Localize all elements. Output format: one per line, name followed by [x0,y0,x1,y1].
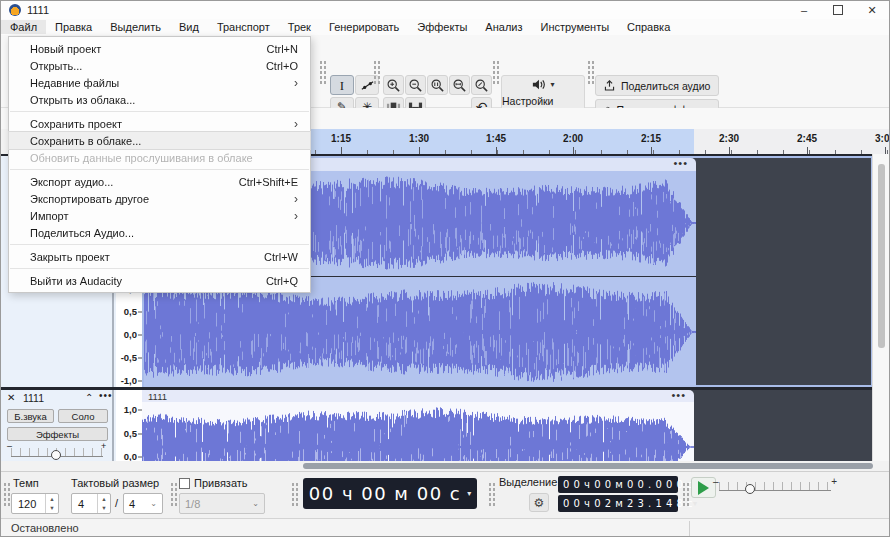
zoom-selection-icon [430,78,445,93]
zoom-fit-button[interactable] [449,75,470,95]
clip-menu-icon[interactable]: ••• [671,390,686,401]
maximize-button[interactable] [821,1,855,19]
speed-slider-track[interactable] [719,482,831,491]
selection-label: Выделение [499,476,557,488]
spin-up-icon[interactable]: ▲ [98,494,110,504]
time-signature-upper-input[interactable]: 4 ▲▼ [71,493,111,514]
tempo-input[interactable]: 120 ▲▼ [11,493,59,514]
track-2-clip[interactable]: 1111 ••• [142,390,694,461]
menu-edit[interactable]: Правка [46,20,101,34]
menu-item-export-audio[interactable]: Экспорт аудио...Ctrl+Shift+E [9,173,310,190]
menu-item-close-project[interactable]: Закрыть проектCtrl+W [9,248,310,265]
track-2[interactable]: ✕ 1111 ⌃ ••• Б.звука Соло Эффекты – + 1,… [1,387,889,461]
timeline-major-tick [651,147,652,154]
timeline-major-tick [729,147,730,154]
spin-up-icon[interactable]: ▲ [46,494,58,504]
menu-help[interactable]: Справка [618,20,679,34]
track-2-waveform[interactable] [142,402,694,461]
selection-end-value: 0 0 ч 0 2 м 2 3 . 1 4 8 с [563,498,693,509]
zoom-out-button[interactable] [405,75,426,95]
selection-tool-button[interactable]: I [330,75,354,95]
menu-separator [10,169,309,170]
snap-value: 1/8 [185,498,200,510]
menu-generate[interactable]: Генерировать [320,20,408,34]
menu-tracks[interactable]: Трек [279,20,320,34]
tempo-spinner[interactable]: ▲▼ [45,494,58,513]
menu-item-import[interactable]: Импорт› [9,207,310,224]
menu-select[interactable]: Выделить [101,20,170,34]
track-2-clip-zone[interactable]: 1111 ••• [142,390,873,461]
menu-view[interactable]: Вид [170,20,208,34]
menu-item-exit[interactable]: Выйти из AudacityCtrl+Q [9,272,310,289]
menu-transport[interactable]: Транспорт [208,20,279,34]
menu-item-recent-files[interactable]: Недавние файлы› [9,74,310,91]
time-signature-upper-value: 4 [72,498,97,510]
time-toolbar-grip[interactable] [291,482,298,508]
vertical-scrollbar[interactable] [872,154,889,461]
zoom-in-button[interactable] [383,75,404,95]
menu-tools[interactable]: Инструменты [532,20,619,34]
close-button[interactable]: ✕ [855,1,889,19]
snap-checkbox[interactable] [179,478,190,489]
tempo-value: 120 [12,498,45,510]
track-2-mute-button[interactable]: Б.звука [7,409,54,423]
snap-select[interactable]: 1/8 ⌄ [179,493,265,514]
minimize-button[interactable]: – [787,1,821,19]
timeline-label: 2:30 [719,133,739,144]
menu-item-export-other[interactable]: Экспортировать другое› [9,190,310,207]
time-signature-lower-value: 4 [129,498,135,510]
time-signature-spinner[interactable]: ▲▼ [97,494,110,513]
edit-toolbar-grip[interactable] [373,60,380,86]
menu-item-open[interactable]: Открыть...Ctrl+O [9,57,310,74]
share-toolbar-grip[interactable] [587,60,594,86]
vertical-scrollbar-thumb[interactable] [878,164,885,348]
selection-end-field[interactable]: 0 0 ч 0 2 м 2 3 . 1 4 8 с ▾ [558,495,678,512]
menu-item-new-project[interactable]: Новый проектCtrl+N [9,40,310,57]
menu-item-open-from-cloud[interactable]: Открыть из облака... [9,91,310,108]
play-speed-slider[interactable]: – + [719,480,831,500]
track-2-collapse-icon[interactable]: ⌃ [85,392,93,403]
time-signature-lower-select[interactable]: 4 ⌄ [123,493,163,514]
play-at-speed-grip[interactable] [682,482,689,508]
selection-toolbar-grip[interactable] [488,482,495,508]
menu-analyze[interactable]: Анализ [476,20,531,34]
tools-toolbar-grip[interactable] [319,60,326,86]
track-2-solo-button[interactable]: Соло [58,409,108,423]
snapping-grip[interactable] [170,482,177,508]
share-audio-button[interactable]: Поделиться аудио [595,75,719,96]
horizontal-scrollbar[interactable] [1,461,889,471]
speaker-icon [531,77,546,92]
speed-slider-thumb[interactable] [745,484,755,494]
menu-effect[interactable]: Эффекты [408,20,476,34]
horizontal-scrollbar-thumb[interactable] [303,463,873,469]
track-2-title[interactable]: 1111 [23,392,44,404]
track-1-waveform-right[interactable] [144,277,696,387]
menubar: Файл Правка Выделить Вид Транспорт Трек … [1,19,889,35]
menu-item-save-project[interactable]: Сохранить проект› [9,115,310,132]
gain-slider-thumb[interactable] [51,450,61,460]
audio-setup-grip[interactable] [492,60,499,86]
menu-item-save-to-cloud[interactable]: Сохранить в облаке... [9,132,310,149]
clip-menu-icon[interactable]: ••• [673,158,688,169]
track-2-menu-icon[interactable]: ••• [99,390,113,401]
selection-settings-button[interactable]: ⚙ [529,493,549,512]
track-2-clip-header[interactable]: 1111 ••• [142,390,694,402]
time-display[interactable]: 00 ч 00 м 00 с ▾ [303,478,477,509]
menu-file[interactable]: Файл [1,20,46,34]
chevron-down-icon: ⌄ [150,499,157,508]
zoom-selection-button[interactable] [427,75,448,95]
snap-label: Привязать [194,477,248,489]
track-2-panel[interactable]: ✕ 1111 ⌃ ••• Б.звука Соло Эффекты – + [1,390,114,461]
ruler-value: 0,5 [124,306,137,317]
time-signature-grip[interactable] [3,482,10,508]
menu-item-share-audio[interactable]: Поделиться Аудио... [9,224,310,241]
track-2-effects-button[interactable]: Эффекты [7,427,108,441]
selection-start-field[interactable]: 0 0 ч 0 0 м 0 0 . 0 0 0 с ▾ [558,476,678,493]
zoom-in-icon [386,78,401,93]
zoom-toggle-button[interactable] [471,75,492,95]
track-2-close-button[interactable]: ✕ [7,392,15,403]
timeline-label: 2:15 [641,133,661,144]
spin-down-icon[interactable]: ▼ [98,504,110,514]
spin-down-icon[interactable]: ▼ [46,504,58,514]
share-audio-label: Поделиться аудио [621,80,710,92]
